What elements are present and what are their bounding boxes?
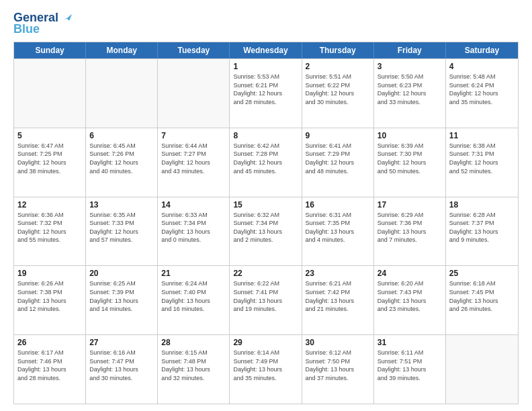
day-number: 9 bbox=[306, 131, 370, 140]
calendar-cell: 5Sunrise: 6:47 AM Sunset: 7:25 PM Daylig… bbox=[14, 128, 86, 197]
day-number: 18 bbox=[449, 200, 515, 210]
calendar-cell: 19Sunrise: 6:26 AM Sunset: 7:38 PM Dayli… bbox=[14, 266, 86, 334]
day-number: 8 bbox=[233, 131, 298, 140]
weekday-header: Thursday bbox=[302, 42, 374, 58]
day-info: Sunrise: 6:24 AM Sunset: 7:40 PM Dayligh… bbox=[161, 279, 226, 313]
day-number: 25 bbox=[449, 269, 515, 278]
calendar-cell bbox=[446, 335, 518, 404]
day-info: Sunrise: 6:44 AM Sunset: 7:27 PM Dayligh… bbox=[161, 142, 226, 175]
calendar-cell: 25Sunrise: 6:18 AM Sunset: 7:45 PM Dayli… bbox=[446, 266, 518, 334]
day-number: 6 bbox=[89, 131, 154, 140]
day-info: Sunrise: 6:25 AM Sunset: 7:39 PM Dayligh… bbox=[89, 279, 154, 313]
day-info: Sunrise: 6:12 AM Sunset: 7:50 PM Dayligh… bbox=[306, 349, 370, 382]
calendar-row: 1Sunrise: 5:53 AM Sunset: 6:21 PM Daylig… bbox=[14, 58, 518, 128]
header: General Blue bbox=[13, 11, 519, 36]
calendar-cell: 15Sunrise: 6:32 AM Sunset: 7:34 PM Dayli… bbox=[230, 197, 302, 266]
day-info: Sunrise: 6:47 AM Sunset: 7:25 PM Dayligh… bbox=[17, 142, 82, 175]
day-number: 21 bbox=[161, 269, 226, 278]
calendar-cell: 14Sunrise: 6:33 AM Sunset: 7:34 PM Dayli… bbox=[158, 197, 230, 266]
calendar-row: 12Sunrise: 6:36 AM Sunset: 7:32 PM Dayli… bbox=[14, 197, 518, 266]
calendar: SundayMondayTuesdayWednesdayThursdayFrid… bbox=[13, 42, 519, 404]
day-number: 31 bbox=[378, 338, 442, 347]
calendar-row: 26Sunrise: 6:17 AM Sunset: 7:46 PM Dayli… bbox=[14, 334, 518, 404]
calendar-cell: 17Sunrise: 6:29 AM Sunset: 7:36 PM Dayli… bbox=[374, 197, 446, 266]
day-number: 30 bbox=[306, 338, 370, 347]
day-info: Sunrise: 6:18 AM Sunset: 7:45 PM Dayligh… bbox=[449, 279, 515, 313]
calendar-cell: 22Sunrise: 6:22 AM Sunset: 7:41 PM Dayli… bbox=[230, 266, 302, 334]
calendar-cell: 21Sunrise: 6:24 AM Sunset: 7:40 PM Dayli… bbox=[158, 266, 230, 334]
svg-marker-0 bbox=[64, 14, 72, 21]
day-info: Sunrise: 5:53 AM Sunset: 6:21 PM Dayligh… bbox=[233, 73, 298, 106]
calendar-cell: 11Sunrise: 6:38 AM Sunset: 7:31 PM Dayli… bbox=[446, 128, 518, 197]
day-number: 12 bbox=[17, 200, 82, 210]
calendar-cell: 10Sunrise: 6:39 AM Sunset: 7:30 PM Dayli… bbox=[374, 128, 446, 197]
calendar-cell: 4Sunrise: 5:48 AM Sunset: 6:24 PM Daylig… bbox=[446, 59, 518, 128]
day-number: 7 bbox=[161, 131, 226, 140]
day-number: 5 bbox=[17, 131, 82, 140]
day-info: Sunrise: 6:36 AM Sunset: 7:32 PM Dayligh… bbox=[17, 211, 82, 244]
calendar-cell: 20Sunrise: 6:25 AM Sunset: 7:39 PM Dayli… bbox=[86, 266, 158, 334]
day-info: Sunrise: 6:45 AM Sunset: 7:26 PM Dayligh… bbox=[89, 142, 154, 175]
calendar-cell: 2Sunrise: 5:51 AM Sunset: 6:22 PM Daylig… bbox=[302, 59, 374, 128]
calendar-cell bbox=[86, 59, 158, 128]
day-info: Sunrise: 6:35 AM Sunset: 7:33 PM Dayligh… bbox=[89, 211, 154, 244]
weekday-header: Saturday bbox=[446, 42, 518, 58]
day-info: Sunrise: 5:48 AM Sunset: 6:24 PM Dayligh… bbox=[449, 73, 515, 106]
day-number: 4 bbox=[449, 62, 515, 71]
calendar-cell bbox=[158, 59, 230, 128]
weekday-header: Monday bbox=[86, 42, 158, 58]
calendar-cell: 8Sunrise: 6:42 AM Sunset: 7:28 PM Daylig… bbox=[230, 128, 302, 197]
calendar-cell: 30Sunrise: 6:12 AM Sunset: 7:50 PM Dayli… bbox=[302, 335, 374, 404]
calendar-cell: 1Sunrise: 5:53 AM Sunset: 6:21 PM Daylig… bbox=[230, 59, 302, 128]
calendar-cell: 9Sunrise: 6:41 AM Sunset: 7:29 PM Daylig… bbox=[302, 128, 374, 197]
day-number: 16 bbox=[306, 200, 370, 210]
day-info: Sunrise: 6:39 AM Sunset: 7:30 PM Dayligh… bbox=[378, 142, 442, 175]
calendar-cell: 31Sunrise: 6:11 AM Sunset: 7:51 PM Dayli… bbox=[374, 335, 446, 404]
day-number: 26 bbox=[17, 338, 82, 347]
day-info: Sunrise: 6:42 AM Sunset: 7:28 PM Dayligh… bbox=[233, 142, 298, 175]
logo: General Blue bbox=[13, 11, 72, 36]
logo-blue: Blue bbox=[13, 22, 40, 36]
day-info: Sunrise: 6:38 AM Sunset: 7:31 PM Dayligh… bbox=[449, 142, 515, 175]
day-number: 23 bbox=[306, 269, 370, 278]
day-info: Sunrise: 6:21 AM Sunset: 7:42 PM Dayligh… bbox=[306, 279, 370, 313]
calendar-cell: 27Sunrise: 6:16 AM Sunset: 7:47 PM Dayli… bbox=[86, 335, 158, 404]
day-info: Sunrise: 6:26 AM Sunset: 7:38 PM Dayligh… bbox=[17, 279, 82, 313]
calendar-cell: 24Sunrise: 6:20 AM Sunset: 7:43 PM Dayli… bbox=[374, 266, 446, 334]
day-number: 2 bbox=[306, 62, 370, 71]
day-number: 3 bbox=[378, 62, 442, 71]
calendar-cell: 3Sunrise: 5:50 AM Sunset: 6:23 PM Daylig… bbox=[374, 59, 446, 128]
day-info: Sunrise: 6:31 AM Sunset: 7:35 PM Dayligh… bbox=[306, 211, 370, 244]
day-info: Sunrise: 6:29 AM Sunset: 7:36 PM Dayligh… bbox=[378, 211, 442, 244]
day-number: 20 bbox=[89, 269, 154, 278]
calendar-cell: 7Sunrise: 6:44 AM Sunset: 7:27 PM Daylig… bbox=[158, 128, 230, 197]
day-number: 14 bbox=[161, 200, 226, 210]
weekday-header: Tuesday bbox=[158, 42, 230, 58]
day-info: Sunrise: 6:17 AM Sunset: 7:46 PM Dayligh… bbox=[17, 349, 82, 382]
calendar-cell: 18Sunrise: 6:28 AM Sunset: 7:37 PM Dayli… bbox=[446, 197, 518, 266]
calendar-cell: 29Sunrise: 6:14 AM Sunset: 7:49 PM Dayli… bbox=[230, 335, 302, 404]
calendar-row: 19Sunrise: 6:26 AM Sunset: 7:38 PM Dayli… bbox=[14, 265, 518, 334]
calendar-cell bbox=[14, 59, 86, 128]
day-info: Sunrise: 6:32 AM Sunset: 7:34 PM Dayligh… bbox=[233, 211, 298, 244]
calendar-body: 1Sunrise: 5:53 AM Sunset: 6:21 PM Daylig… bbox=[14, 58, 518, 404]
day-number: 27 bbox=[89, 338, 154, 347]
calendar-cell: 16Sunrise: 6:31 AM Sunset: 7:35 PM Dayli… bbox=[302, 197, 374, 266]
weekday-header: Friday bbox=[374, 42, 446, 58]
day-info: Sunrise: 6:20 AM Sunset: 7:43 PM Dayligh… bbox=[378, 279, 442, 313]
day-number: 1 bbox=[233, 62, 298, 71]
page: General Blue SundayMondayTuesdayWednesda… bbox=[0, 0, 532, 411]
weekday-header: Wednesday bbox=[230, 42, 302, 58]
weekday-header: Sunday bbox=[14, 42, 86, 58]
day-info: Sunrise: 6:28 AM Sunset: 7:37 PM Dayligh… bbox=[449, 211, 515, 244]
calendar-header: SundayMondayTuesdayWednesdayThursdayFrid… bbox=[14, 42, 518, 58]
calendar-cell: 12Sunrise: 6:36 AM Sunset: 7:32 PM Dayli… bbox=[14, 197, 86, 266]
day-number: 22 bbox=[233, 269, 298, 278]
day-number: 17 bbox=[378, 200, 442, 210]
day-info: Sunrise: 6:14 AM Sunset: 7:49 PM Dayligh… bbox=[233, 349, 298, 382]
day-number: 10 bbox=[378, 131, 442, 140]
day-info: Sunrise: 6:22 AM Sunset: 7:41 PM Dayligh… bbox=[233, 279, 298, 313]
day-number: 24 bbox=[378, 269, 442, 278]
day-info: Sunrise: 6:15 AM Sunset: 7:48 PM Dayligh… bbox=[161, 349, 226, 382]
day-number: 13 bbox=[89, 200, 154, 210]
